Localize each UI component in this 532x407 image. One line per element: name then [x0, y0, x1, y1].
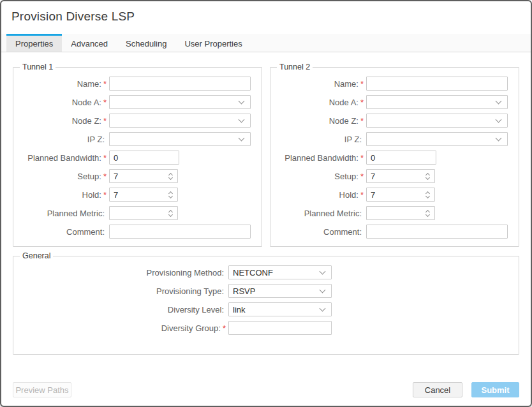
tunnel2-planned-metric-input[interactable] [367, 207, 426, 219]
spinner-buttons[interactable] [426, 174, 434, 179]
tunnels-row: Tunnel 1 Name:* Node A:* Node Z:* [1, 63, 531, 247]
chevron-down-icon [239, 98, 245, 105]
spinner-buttons[interactable] [169, 211, 177, 216]
tunnel1-planned-metric-input[interactable] [110, 207, 169, 219]
chevron-down-icon [239, 117, 245, 123]
field-row: Planned Metric: [17, 206, 256, 220]
tunnel1-legend: Tunnel 1 [20, 63, 55, 71]
select-value: RSVP [233, 286, 255, 296]
tunnel2-node-a-select[interactable] [366, 95, 508, 109]
required-asterisk: * [103, 98, 107, 107]
tab-bar: Properties Advanced Scheduling User Prop… [1, 34, 531, 52]
field-row: Comment: [17, 225, 256, 239]
tunnel2-name-label: Name:* [274, 79, 364, 89]
provisioning-type-select[interactable]: RSVP [228, 284, 332, 298]
field-row: IP Z: [17, 132, 256, 146]
field-row: Diversity Group:* [17, 321, 514, 335]
tunnel1-comment-input[interactable] [109, 225, 251, 239]
field-row: Planned Bandwidth:* [274, 151, 514, 165]
chevron-down-icon [320, 269, 326, 275]
provisioning-method-select[interactable]: NETCONF [228, 265, 332, 279]
field-row: Name:* [17, 77, 256, 91]
field-row: Setup:* [17, 169, 256, 183]
required-asterisk: * [360, 190, 364, 200]
tunnel2-node-z-label: Node Z:* [274, 116, 364, 126]
tunnel1-node-a-label: Node A:* [17, 98, 107, 107]
spinner-buttons[interactable] [169, 192, 177, 198]
required-asterisk: * [103, 116, 107, 126]
tunnel2-ip-z-select[interactable] [366, 132, 508, 146]
tab-advanced[interactable]: Advanced [62, 34, 117, 52]
tunnel2-hold-input[interactable] [367, 189, 426, 200]
diversity-group-input[interactable] [228, 321, 332, 335]
tunnel2-planned-metric-spinner[interactable] [366, 206, 435, 220]
field-row: Node A:* [17, 95, 256, 109]
tab-properties[interactable]: Properties [6, 34, 62, 52]
tunnel1-hold-label: Hold:* [17, 190, 107, 200]
tunnel1-node-z-select[interactable] [109, 114, 251, 128]
dialog-title: Provision Diverse LSP [11, 10, 135, 23]
diversity-level-select[interactable]: link [228, 302, 332, 316]
field-row: Setup:* [274, 169, 514, 183]
tunnel1-hold-input[interactable] [110, 189, 169, 200]
tunnel2-comment-label: Comment: [274, 227, 364, 237]
tunnel1-node-z-label: Node Z:* [17, 116, 107, 126]
tunnel2-comment-input[interactable] [366, 225, 508, 239]
tunnel1-setup-input[interactable] [110, 170, 169, 182]
tunnel2-node-a-label: Node A:* [274, 98, 364, 107]
general-fieldset: General Provisioning Method: NETCONF Pro… [13, 251, 519, 355]
tunnel2-ip-z-label: IP Z: [274, 135, 364, 144]
cancel-button[interactable]: Cancel [413, 382, 462, 397]
general-legend: General [20, 251, 53, 260]
tunnel1-comment-label: Comment: [17, 227, 107, 237]
spinner-buttons[interactable] [169, 174, 177, 179]
dialog-footer: Preview Paths Cancel Submit [1, 382, 531, 397]
tunnel1-node-a-select[interactable] [109, 95, 251, 109]
tab-user-properties[interactable]: User Properties [175, 34, 251, 52]
tunnel2-name-input[interactable] [366, 77, 508, 91]
spinner-buttons[interactable] [426, 211, 434, 216]
field-row: Planned Bandwidth:* [17, 151, 256, 165]
provisioning-type-label: Provisioning Type: [17, 286, 226, 296]
tunnel2-setup-input[interactable] [367, 170, 426, 182]
select-value: link [233, 305, 246, 314]
tunnel1-name-input[interactable] [109, 77, 251, 91]
tunnel2-planned-bandwidth-input[interactable] [366, 151, 436, 165]
tunnel1-name-label: Name:* [17, 79, 107, 89]
spinner-buttons[interactable] [426, 192, 434, 198]
select-value: NETCONF [233, 268, 273, 278]
submit-button[interactable]: Submit [471, 382, 519, 397]
tunnel1-planned-bandwidth-label: Planned Bandwidth:* [17, 153, 107, 163]
required-asterisk: * [360, 98, 364, 107]
tunnel2-node-z-select[interactable] [366, 114, 508, 128]
required-asterisk: * [103, 190, 107, 200]
required-asterisk: * [103, 172, 107, 181]
required-asterisk: * [103, 79, 107, 89]
field-row: Hold:* [274, 188, 514, 202]
tunnel2-legend: Tunnel 2 [277, 63, 313, 71]
tunnel1-planned-bandwidth-input[interactable] [109, 151, 179, 165]
chevron-down-icon [496, 98, 502, 105]
tunnel2-setup-spinner[interactable] [366, 169, 435, 183]
field-row: Planned Metric: [274, 206, 514, 220]
required-asterisk: * [360, 79, 364, 89]
field-row: Provisioning Method: NETCONF [17, 265, 514, 279]
field-row: Node Z:* [274, 114, 514, 128]
tunnel1-planned-metric-spinner[interactable] [109, 206, 178, 220]
field-row: Name:* [274, 77, 514, 91]
tab-scheduling[interactable]: Scheduling [117, 34, 175, 52]
tunnel1-ip-z-select[interactable] [109, 132, 251, 146]
field-row: Provisioning Type: RSVP [17, 284, 514, 298]
field-row: Hold:* [17, 188, 256, 202]
tunnel1-hold-spinner[interactable] [109, 188, 178, 202]
required-asterisk: * [103, 153, 107, 163]
required-asterisk: * [360, 172, 364, 181]
field-row: Node A:* [274, 95, 514, 109]
chevron-down-icon [320, 287, 326, 293]
chevron-down-icon [496, 135, 502, 142]
preview-paths-button[interactable]: Preview Paths [13, 382, 71, 397]
diversity-group-label: Diversity Group:* [17, 323, 226, 333]
tunnel1-fieldset: Tunnel 1 Name:* Node A:* Node Z:* [13, 63, 262, 247]
tunnel2-hold-spinner[interactable] [366, 188, 435, 202]
tunnel1-setup-spinner[interactable] [109, 169, 178, 183]
